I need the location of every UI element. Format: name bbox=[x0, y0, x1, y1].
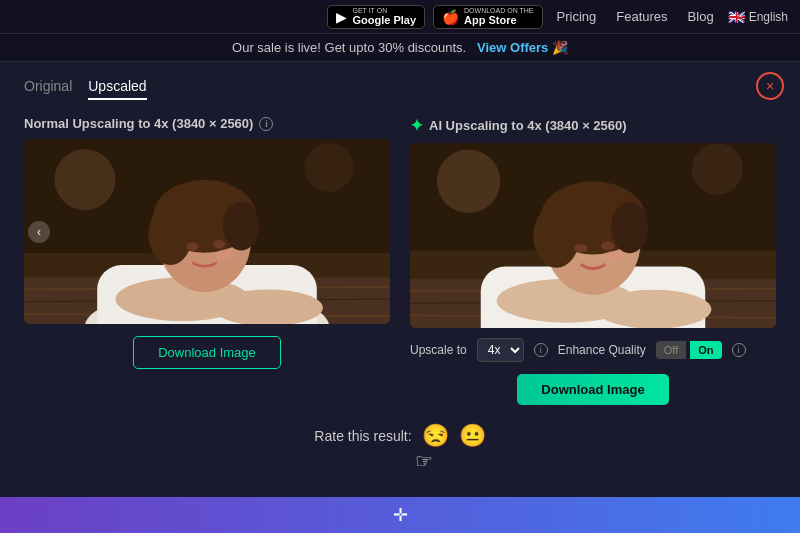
normal-panel: Normal Upscaling to 4x (3840 × 2560) i bbox=[24, 116, 390, 405]
app-store-download: Download on the bbox=[464, 7, 534, 15]
tabs-container: Original Upscaled bbox=[24, 78, 776, 100]
rate-negative-btn[interactable]: 😒 bbox=[422, 423, 449, 449]
prev-arrow[interactable]: ‹ bbox=[28, 221, 50, 243]
rate-section: Rate this result: 😒 😐 bbox=[24, 423, 776, 449]
close-button[interactable]: × bbox=[756, 72, 784, 100]
ai-image-container bbox=[410, 143, 776, 328]
svg-point-16 bbox=[213, 240, 225, 249]
rate-neutral-btn[interactable]: 😐 bbox=[459, 423, 486, 449]
comparison-container: Normal Upscaling to 4x (3840 × 2560) i bbox=[24, 116, 776, 405]
tab-original[interactable]: Original bbox=[24, 78, 72, 100]
google-play-name: Google Play bbox=[352, 14, 416, 26]
svg-point-36 bbox=[604, 251, 624, 263]
language-label: English bbox=[749, 10, 788, 24]
google-play-get-it: GET IT ON bbox=[352, 7, 416, 15]
tab-upscaled[interactable]: Upscaled bbox=[88, 78, 146, 100]
expand-icon: ✛ bbox=[393, 504, 408, 526]
google-play-btn[interactable]: ▶ GET IT ON Google Play bbox=[327, 5, 425, 29]
upscale-select[interactable]: 4x 2x 8x bbox=[477, 338, 524, 362]
enhance-info-icon[interactable]: i bbox=[732, 343, 746, 357]
download-normal-button[interactable]: Download Image bbox=[133, 336, 281, 369]
svg-point-13 bbox=[148, 204, 192, 265]
ai-download-area: Download Image bbox=[410, 374, 776, 405]
svg-point-29 bbox=[597, 290, 712, 328]
svg-point-34 bbox=[574, 244, 587, 253]
app-store-btn[interactable]: 🍎 Download on the App Store bbox=[433, 5, 543, 29]
svg-point-14 bbox=[223, 202, 260, 251]
bottom-bar[interactable]: ✛ bbox=[0, 497, 800, 533]
ai-sparkle-icon: ✦ bbox=[410, 116, 423, 135]
normal-panel-title: Normal Upscaling to 4x (3840 × 2560) i bbox=[24, 116, 390, 131]
sale-text: Our sale is live! Get upto 30% discounts… bbox=[232, 40, 466, 55]
ai-controls: Upscale to 4x 2x 8x i Enhance Quality Of… bbox=[410, 338, 776, 362]
ai-image bbox=[410, 143, 776, 328]
normal-download-area: Download Image bbox=[24, 336, 390, 369]
normal-image bbox=[24, 139, 390, 324]
nav-blog[interactable]: Blog bbox=[682, 9, 720, 24]
svg-point-19 bbox=[305, 143, 354, 192]
language-selector[interactable]: 🇬🇧 English bbox=[728, 9, 788, 25]
upscale-info-icon[interactable]: i bbox=[534, 343, 548, 357]
svg-point-35 bbox=[601, 242, 614, 251]
upscale-label: Upscale to bbox=[410, 343, 467, 357]
svg-point-17 bbox=[216, 249, 236, 261]
ai-panel: ✦ AI Upscaling to 4x (3840 × 2560) bbox=[410, 116, 776, 405]
flag-icon: 🇬🇧 bbox=[728, 9, 745, 25]
rate-label: Rate this result: bbox=[314, 428, 411, 444]
nav-features[interactable]: Features bbox=[610, 9, 673, 24]
sale-banner: Our sale is live! Get upto 30% discounts… bbox=[0, 34, 800, 62]
download-ai-button[interactable]: Download Image bbox=[517, 374, 668, 405]
normal-image-container: ‹ bbox=[24, 139, 390, 324]
toggle-on[interactable]: On bbox=[690, 341, 721, 359]
google-play-icon: ▶ bbox=[336, 9, 347, 25]
apple-icon: 🍎 bbox=[442, 9, 459, 25]
svg-point-33 bbox=[611, 202, 648, 253]
svg-point-18 bbox=[55, 149, 116, 210]
toggle-off[interactable]: Off bbox=[656, 341, 686, 359]
sale-emoji: 🎉 bbox=[552, 40, 568, 55]
ai-panel-title: ✦ AI Upscaling to 4x (3840 × 2560) bbox=[410, 116, 776, 135]
app-store-name: App Store bbox=[464, 14, 534, 26]
svg-point-37 bbox=[437, 149, 500, 212]
svg-point-15 bbox=[186, 242, 198, 251]
main-content: × Original Upscaled Normal Upscaling to … bbox=[0, 62, 800, 465]
svg-point-32 bbox=[533, 204, 579, 267]
nav-pricing[interactable]: Pricing bbox=[551, 9, 603, 24]
enhance-label: Enhance Quality bbox=[558, 343, 646, 357]
top-nav: ▶ GET IT ON Google Play 🍎 Download on th… bbox=[0, 0, 800, 34]
enhance-toggle: Off On bbox=[656, 341, 722, 359]
normal-info-icon[interactable]: i bbox=[259, 117, 273, 131]
view-offers-link[interactable]: View Offers bbox=[477, 40, 548, 55]
svg-point-38 bbox=[692, 143, 743, 194]
